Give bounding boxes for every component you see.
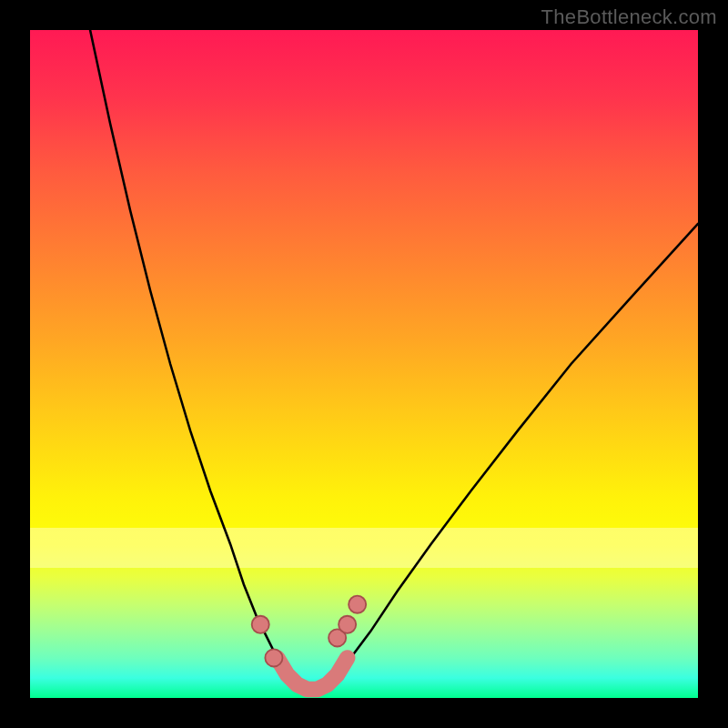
trough-band <box>278 658 348 689</box>
left-curve <box>90 30 298 688</box>
plot-area <box>30 30 698 698</box>
right-curve <box>324 224 698 688</box>
marker-dot <box>349 596 366 613</box>
chart-svg <box>30 30 698 698</box>
outer-frame: TheBottleneck.com <box>0 0 728 728</box>
marker-dot <box>252 616 269 633</box>
marker-dot <box>339 616 356 633</box>
watermark-text: TheBottleneck.com <box>541 5 717 29</box>
marker-dot <box>265 649 282 666</box>
